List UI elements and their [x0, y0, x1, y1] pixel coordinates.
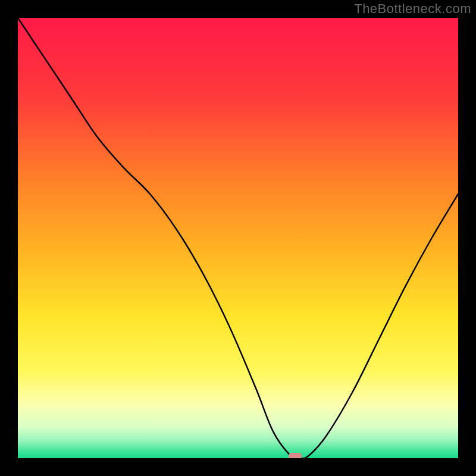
plot-area: [18, 18, 458, 458]
watermark-text: TheBottleneck.com: [354, 1, 471, 17]
optimal-marker: [289, 453, 302, 458]
chart-svg: [18, 18, 458, 458]
chart-frame: TheBottleneck.com: [0, 0, 476, 476]
gradient-background: [18, 18, 458, 458]
